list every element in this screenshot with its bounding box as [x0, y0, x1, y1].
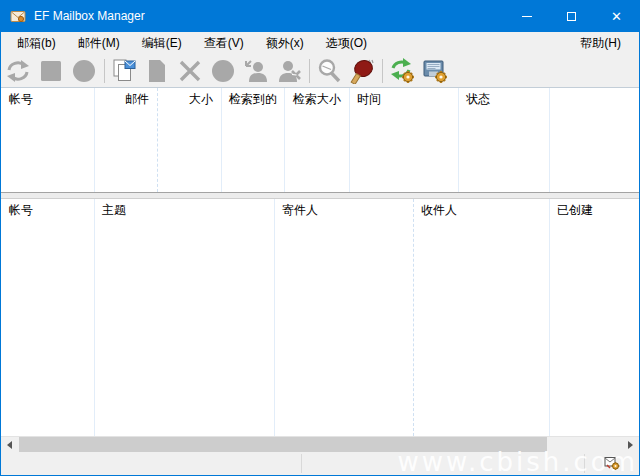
column-header-size[interactable]: 大小 — [157, 88, 221, 110]
search-icon — [316, 58, 342, 84]
column-header-account[interactable]: 帐号 — [1, 88, 94, 110]
menu-view[interactable]: 查看(V) — [196, 32, 252, 55]
status-bar: www.cbish.com — [1, 452, 639, 475]
search-button[interactable] — [314, 57, 344, 85]
maximize-button[interactable] — [549, 0, 594, 32]
user-remove-icon — [276, 58, 302, 84]
column-header-created[interactable]: 已创建 — [549, 199, 639, 221]
toolbar-separator — [382, 59, 383, 83]
statusbar-separator — [301, 454, 302, 473]
mail-gear-icon — [604, 455, 621, 471]
page-button[interactable] — [142, 57, 172, 85]
title-bar[interactable]: EF Mailbox Manager ✕ — [1, 0, 639, 32]
column-header-status[interactable]: 状态 — [458, 88, 549, 110]
messages-list-panel: 帐号 主题 寄件人 收件人 已创建 — [1, 199, 639, 436]
menu-mailbox[interactable]: 邮箱(b) — [9, 32, 64, 55]
menu-help[interactable]: 帮助(H) — [572, 32, 629, 55]
refresh-icon — [5, 58, 31, 84]
app-window: EF Mailbox Manager ✕ 邮箱(b) 邮件(M) 编辑(E) 查… — [0, 0, 640, 476]
scroll-left-button[interactable] — [1, 437, 18, 452]
messages-list-body[interactable] — [1, 221, 639, 436]
maximize-icon — [567, 12, 576, 21]
circle-icon — [210, 58, 236, 84]
copy-mail-icon — [111, 58, 137, 84]
delete-x-icon — [177, 58, 203, 84]
sync-accounts-button[interactable] — [387, 57, 417, 85]
toolbar-separator — [309, 59, 310, 83]
scroll-left-icon — [7, 441, 12, 449]
save-settings-button[interactable] — [420, 57, 450, 85]
column-header-recipient[interactable]: 收件人 — [413, 199, 549, 221]
gear-icon — [402, 71, 414, 83]
menu-bar: 邮箱(b) 邮件(M) 编辑(E) 查看(V) 额外(x) 选项(O) 帮助(H… — [1, 32, 639, 55]
menu-extra[interactable]: 额外(x) — [258, 32, 312, 55]
window-title: EF Mailbox Manager — [34, 9, 504, 23]
circle-button[interactable] — [208, 57, 238, 85]
copy-mailbox-button[interactable] — [109, 57, 139, 85]
record-circle-icon — [71, 58, 97, 84]
menu-options[interactable]: 选项(O) — [318, 32, 375, 55]
watermark-text: www.cbish.com — [397, 447, 638, 476]
envelope-icon — [10, 8, 26, 24]
ping-paddle-icon — [349, 58, 375, 84]
record-button[interactable] — [69, 57, 99, 85]
delete-button[interactable] — [175, 57, 205, 85]
sync-gear-icon — [388, 57, 416, 85]
refresh-button[interactable] — [3, 57, 33, 85]
column-header-retrieved-size[interactable]: 检索大小 — [284, 88, 349, 110]
page-icon — [144, 58, 170, 84]
close-button[interactable]: ✕ — [594, 0, 639, 32]
accounts-header-row: 帐号 邮件 大小 检索到的 检索大小 时间 状态 — [1, 88, 639, 110]
user-remove-button[interactable] — [274, 57, 304, 85]
close-icon: ✕ — [611, 10, 622, 23]
messages-header-row: 帐号 主题 寄件人 收件人 已创建 — [1, 199, 639, 221]
column-header-time[interactable]: 时间 — [349, 88, 458, 110]
ping-button[interactable] — [347, 57, 377, 85]
toolbar — [1, 55, 639, 88]
user-check-button[interactable] — [241, 57, 271, 85]
column-header-sender[interactable]: 寄件人 — [274, 199, 413, 221]
menu-mail[interactable]: 邮件(M) — [70, 32, 128, 55]
minimize-button[interactable] — [504, 0, 549, 32]
accounts-list-panel: 帐号 邮件 大小 检索到的 检索大小 时间 状态 — [1, 88, 639, 193]
column-header-retrieved[interactable]: 检索到的 — [221, 88, 284, 110]
column-header-subject[interactable]: 主题 — [94, 199, 274, 221]
column-header-mails[interactable]: 邮件 — [94, 88, 157, 110]
toolbar-separator — [104, 59, 105, 83]
user-arrow-icon — [243, 58, 269, 84]
minimize-icon — [522, 16, 532, 17]
stop-button[interactable] — [36, 57, 66, 85]
menu-edit[interactable]: 编辑(E) — [134, 32, 190, 55]
accounts-list-body[interactable] — [1, 110, 639, 192]
column-header-account[interactable]: 帐号 — [1, 199, 94, 221]
stop-square-icon — [38, 58, 64, 84]
column-header-empty[interactable] — [549, 88, 639, 110]
save-gear-icon — [421, 57, 449, 85]
